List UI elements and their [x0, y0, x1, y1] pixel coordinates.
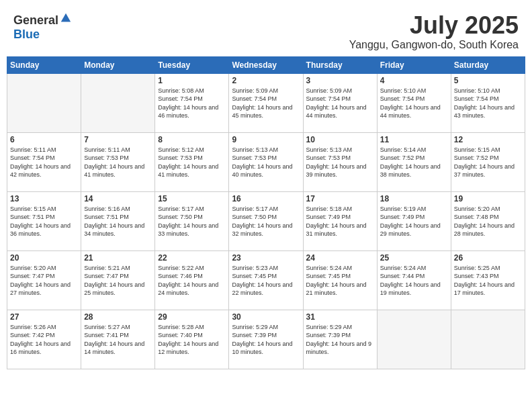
day-cell: 30Sunrise: 5:29 AM Sunset: 7:39 PM Dayli…: [229, 310, 303, 369]
day-info: Sunrise: 5:24 AM Sunset: 7:45 PM Dayligh…: [306, 264, 374, 298]
day-cell: 12Sunrise: 5:15 AM Sunset: 7:52 PM Dayli…: [451, 132, 525, 191]
day-number: 7: [84, 135, 152, 144]
day-cell: 21Sunrise: 5:21 AM Sunset: 7:47 PM Dayli…: [81, 250, 155, 310]
day-number: 28: [84, 312, 152, 322]
day-cell: 13Sunrise: 5:15 AM Sunset: 7:51 PM Dayli…: [7, 191, 81, 250]
logo-general: General: [13, 13, 58, 27]
day-info: Sunrise: 5:11 AM Sunset: 7:54 PM Dayligh…: [10, 146, 78, 179]
day-number: 22: [158, 253, 226, 263]
day-cell: 19Sunrise: 5:20 AM Sunset: 7:48 PM Dayli…: [451, 191, 525, 250]
day-cell: 28Sunrise: 5:27 AM Sunset: 7:41 PM Dayli…: [81, 310, 155, 369]
day-number: 21: [84, 253, 152, 263]
day-number: 17: [306, 194, 374, 203]
col-header-sunday: Sunday: [7, 56, 81, 73]
day-number: 31: [306, 312, 374, 322]
day-info: Sunrise: 5:09 AM Sunset: 7:54 PM Dayligh…: [306, 87, 374, 120]
title-area: July 2025 Yanggu, Gangwon-do, South Kore…: [349, 12, 519, 51]
day-info: Sunrise: 5:15 AM Sunset: 7:52 PM Dayligh…: [454, 146, 522, 179]
day-cell: 15Sunrise: 5:17 AM Sunset: 7:50 PM Dayli…: [155, 191, 229, 250]
day-cell: 4Sunrise: 5:10 AM Sunset: 7:54 PM Daylig…: [377, 73, 451, 132]
day-info: Sunrise: 5:17 AM Sunset: 7:50 PM Dayligh…: [232, 205, 300, 238]
day-cell: 25Sunrise: 5:24 AM Sunset: 7:44 PM Dayli…: [377, 250, 451, 310]
day-info: Sunrise: 5:10 AM Sunset: 7:54 PM Dayligh…: [380, 87, 448, 120]
day-info: Sunrise: 5:29 AM Sunset: 7:39 PM Dayligh…: [306, 323, 374, 357]
day-info: Sunrise: 5:13 AM Sunset: 7:53 PM Dayligh…: [306, 146, 374, 179]
day-cell: 20Sunrise: 5:20 AM Sunset: 7:47 PM Dayli…: [7, 250, 81, 310]
day-number: 15: [158, 194, 226, 203]
location-title: Yanggu, Gangwon-do, South Korea: [349, 39, 519, 51]
day-cell: 10Sunrise: 5:13 AM Sunset: 7:53 PM Dayli…: [303, 132, 377, 191]
col-header-wednesday: Wednesday: [229, 56, 303, 73]
day-info: Sunrise: 5:13 AM Sunset: 7:53 PM Dayligh…: [232, 146, 300, 179]
day-number: 19: [454, 194, 522, 203]
day-cell: 7Sunrise: 5:11 AM Sunset: 7:53 PM Daylig…: [81, 132, 155, 191]
day-info: Sunrise: 5:14 AM Sunset: 7:52 PM Dayligh…: [380, 146, 448, 179]
day-cell: 3Sunrise: 5:09 AM Sunset: 7:54 PM Daylig…: [303, 73, 377, 132]
day-cell: 9Sunrise: 5:13 AM Sunset: 7:53 PM Daylig…: [229, 132, 303, 191]
svg-marker-0: [61, 13, 71, 22]
day-number: 13: [10, 194, 78, 203]
day-number: 4: [380, 76, 448, 85]
day-cell: 29Sunrise: 5:28 AM Sunset: 7:40 PM Dayli…: [155, 310, 229, 369]
day-cell: 31Sunrise: 5:29 AM Sunset: 7:39 PM Dayli…: [303, 310, 377, 369]
day-cell: 26Sunrise: 5:25 AM Sunset: 7:43 PM Dayli…: [451, 250, 525, 310]
col-header-thursday: Thursday: [303, 56, 377, 73]
day-cell: [451, 310, 525, 369]
day-number: 30: [232, 312, 300, 322]
day-number: 12: [454, 135, 522, 144]
day-cell: 16Sunrise: 5:17 AM Sunset: 7:50 PM Dayli…: [229, 191, 303, 250]
day-info: Sunrise: 5:15 AM Sunset: 7:51 PM Dayligh…: [10, 205, 78, 238]
day-number: 23: [232, 253, 300, 263]
week-row-3: 13Sunrise: 5:15 AM Sunset: 7:51 PM Dayli…: [7, 191, 525, 250]
day-cell: 6Sunrise: 5:11 AM Sunset: 7:54 PM Daylig…: [7, 132, 81, 191]
day-info: Sunrise: 5:12 AM Sunset: 7:53 PM Dayligh…: [158, 146, 226, 179]
day-info: Sunrise: 5:10 AM Sunset: 7:54 PM Dayligh…: [454, 87, 522, 120]
day-info: Sunrise: 5:08 AM Sunset: 7:54 PM Dayligh…: [158, 87, 226, 120]
day-number: 2: [232, 76, 300, 85]
logo-blue: Blue: [13, 28, 40, 41]
day-info: Sunrise: 5:22 AM Sunset: 7:46 PM Dayligh…: [158, 264, 226, 298]
day-cell: 23Sunrise: 5:23 AM Sunset: 7:45 PM Dayli…: [229, 250, 303, 310]
day-info: Sunrise: 5:24 AM Sunset: 7:44 PM Dayligh…: [380, 264, 448, 298]
day-info: Sunrise: 5:19 AM Sunset: 7:49 PM Dayligh…: [380, 205, 448, 238]
day-info: Sunrise: 5:09 AM Sunset: 7:54 PM Dayligh…: [232, 87, 300, 120]
day-cell: [7, 73, 81, 132]
day-cell: 24Sunrise: 5:24 AM Sunset: 7:45 PM Dayli…: [303, 250, 377, 310]
week-row-4: 20Sunrise: 5:20 AM Sunset: 7:47 PM Dayli…: [7, 250, 525, 310]
day-cell: [81, 73, 155, 132]
day-number: 27: [10, 312, 78, 322]
day-info: Sunrise: 5:16 AM Sunset: 7:51 PM Dayligh…: [84, 205, 152, 238]
week-row-2: 6Sunrise: 5:11 AM Sunset: 7:54 PM Daylig…: [7, 132, 525, 191]
day-info: Sunrise: 5:25 AM Sunset: 7:43 PM Dayligh…: [454, 264, 522, 298]
day-info: Sunrise: 5:20 AM Sunset: 7:48 PM Dayligh…: [454, 205, 522, 238]
day-cell: 2Sunrise: 5:09 AM Sunset: 7:54 PM Daylig…: [229, 73, 303, 132]
logo-icon: [60, 12, 72, 24]
day-info: Sunrise: 5:28 AM Sunset: 7:40 PM Dayligh…: [158, 323, 226, 357]
col-header-tuesday: Tuesday: [155, 56, 229, 73]
calendar: SundayMondayTuesdayWednesdayThursdayFrid…: [7, 56, 525, 369]
day-cell: 27Sunrise: 5:26 AM Sunset: 7:42 PM Dayli…: [7, 310, 81, 369]
week-row-1: 1Sunrise: 5:08 AM Sunset: 7:54 PM Daylig…: [7, 73, 525, 132]
day-cell: 18Sunrise: 5:19 AM Sunset: 7:49 PM Dayli…: [377, 191, 451, 250]
day-number: 16: [232, 194, 300, 203]
day-cell: 11Sunrise: 5:14 AM Sunset: 7:52 PM Dayli…: [377, 132, 451, 191]
month-title: July 2025: [349, 12, 519, 39]
logo-text: General Blue: [13, 12, 72, 42]
day-number: 26: [454, 253, 522, 263]
day-number: 25: [380, 253, 448, 263]
day-info: Sunrise: 5:18 AM Sunset: 7:49 PM Dayligh…: [306, 205, 374, 238]
col-header-monday: Monday: [81, 56, 155, 73]
day-cell: 14Sunrise: 5:16 AM Sunset: 7:51 PM Dayli…: [81, 191, 155, 250]
day-number: 18: [380, 194, 448, 203]
day-number: 5: [454, 76, 522, 85]
day-cell: 22Sunrise: 5:22 AM Sunset: 7:46 PM Dayli…: [155, 250, 229, 310]
day-number: 1: [158, 76, 226, 85]
day-info: Sunrise: 5:26 AM Sunset: 7:42 PM Dayligh…: [10, 323, 78, 357]
logo: General Blue: [13, 12, 72, 42]
header-row: SundayMondayTuesdayWednesdayThursdayFrid…: [7, 56, 525, 73]
day-cell: [377, 310, 451, 369]
day-number: 20: [10, 253, 78, 263]
day-info: Sunrise: 5:23 AM Sunset: 7:45 PM Dayligh…: [232, 264, 300, 298]
day-number: 3: [306, 76, 374, 85]
week-row-5: 27Sunrise: 5:26 AM Sunset: 7:42 PM Dayli…: [7, 310, 525, 369]
